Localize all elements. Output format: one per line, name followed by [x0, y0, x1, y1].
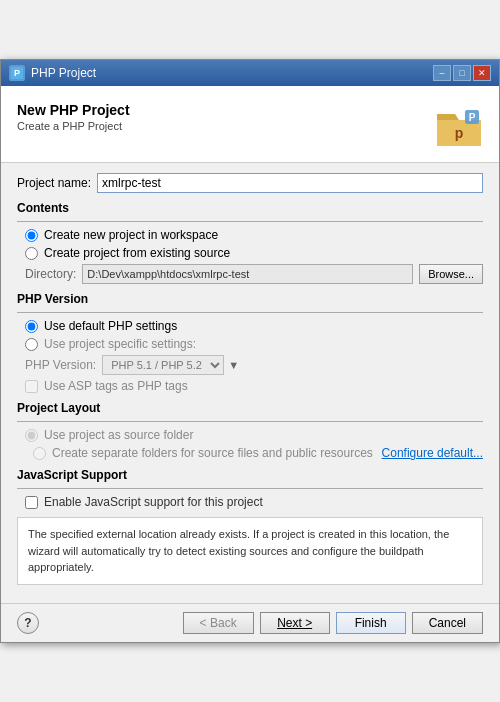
window-controls: – □ ✕ — [433, 65, 491, 81]
js-support-checkbox[interactable] — [25, 496, 38, 509]
main-window: P PHP Project – □ ✕ New PHP Project Crea… — [0, 59, 500, 643]
next-label: Next > — [277, 616, 312, 630]
header-text: New PHP Project Create a PHP Project — [17, 102, 130, 132]
source-folder-label: Use project as source folder — [44, 428, 193, 442]
js-support-checkbox-label: Enable JavaScript support for this proje… — [44, 495, 263, 509]
separate-option[interactable]: Create separate folders for source files… — [25, 446, 373, 460]
directory-label: Directory: — [25, 267, 76, 281]
project-name-row: Project name: — [17, 173, 483, 193]
configure-link[interactable]: Configure default... — [382, 446, 483, 460]
directory-input[interactable] — [82, 264, 413, 284]
php-version-row: PHP Version: PHP 5.1 / PHP 5.2 ▼ — [17, 355, 483, 375]
asp-tags-option[interactable]: Use ASP tags as PHP tags — [17, 379, 483, 393]
php-version-section: PHP Version Use default PHP settings Use… — [17, 292, 483, 393]
dialog-header: New PHP Project Create a PHP Project p P — [1, 86, 499, 163]
contents-divider — [17, 221, 483, 222]
dialog-subtitle: Create a PHP Project — [17, 120, 130, 132]
footer-left: ? — [17, 612, 39, 634]
minimize-button[interactable]: – — [433, 65, 451, 81]
default-php-radio[interactable] — [25, 320, 38, 333]
footer-buttons: < Back Next > Finish Cancel — [183, 612, 483, 634]
title-bar: P PHP Project – □ ✕ — [1, 60, 499, 86]
close-button[interactable]: ✕ — [473, 65, 491, 81]
dialog-footer: ? < Back Next > Finish Cancel — [1, 603, 499, 642]
dialog-body: Project name: Contents Create new projec… — [1, 163, 499, 603]
js-support-label: JavaScript Support — [17, 468, 483, 482]
project-php-label: Use project specific settings: — [44, 337, 196, 351]
help-button[interactable]: ? — [17, 612, 39, 634]
php-version-label: PHP Version — [17, 292, 483, 306]
workspace-label: Create new project in workspace — [44, 228, 218, 242]
php-ver-label: PHP Version: — [25, 358, 96, 372]
finish-button[interactable]: Finish — [336, 612, 406, 634]
asp-tags-label: Use ASP tags as PHP tags — [44, 379, 188, 393]
contents-section: Contents Create new project in workspace… — [17, 201, 483, 284]
maximize-button[interactable]: □ — [453, 65, 471, 81]
workspace-radio[interactable] — [25, 229, 38, 242]
workspace-option[interactable]: Create new project in workspace — [17, 228, 483, 242]
existing-radio[interactable] — [25, 247, 38, 260]
default-php-label: Use default PHP settings — [44, 319, 177, 333]
project-name-input[interactable] — [97, 173, 483, 193]
source-folder-radio[interactable] — [25, 429, 38, 442]
separate-label: Create separate folders for source files… — [52, 446, 373, 460]
project-php-option[interactable]: Use project specific settings: — [17, 337, 483, 351]
default-php-option[interactable]: Use default PHP settings — [17, 319, 483, 333]
cancel-button[interactable]: Cancel — [412, 612, 483, 634]
existing-label: Create project from existing source — [44, 246, 230, 260]
project-name-label: Project name: — [17, 176, 91, 190]
info-message: The specified external location already … — [17, 517, 483, 585]
project-layout-divider — [17, 421, 483, 422]
contents-label: Contents — [17, 201, 483, 215]
javascript-support-section: JavaScript Support Enable JavaScript sup… — [17, 468, 483, 509]
existing-option[interactable]: Create project from existing source — [17, 246, 483, 260]
svg-text:P: P — [469, 112, 476, 123]
dropdown-arrow: ▼ — [228, 359, 239, 371]
next-button[interactable]: Next > — [260, 612, 330, 634]
back-button[interactable]: < Back — [183, 612, 254, 634]
svg-text:p: p — [455, 125, 464, 141]
svg-text:P: P — [14, 68, 20, 78]
project-layout-section: Project Layout Use project as source fol… — [17, 401, 483, 460]
js-support-divider — [17, 488, 483, 489]
separate-radio[interactable] — [33, 447, 46, 460]
php-version-select[interactable]: PHP 5.1 / PHP 5.2 — [102, 355, 224, 375]
window-title: PHP Project — [31, 66, 96, 80]
dialog-title: New PHP Project — [17, 102, 130, 118]
directory-row: Directory: Browse... — [17, 264, 483, 284]
js-support-option[interactable]: Enable JavaScript support for this proje… — [17, 495, 483, 509]
separate-folders-row: Create separate folders for source files… — [17, 446, 483, 460]
source-folder-option[interactable]: Use project as source folder — [17, 428, 483, 442]
php-logo: p P — [435, 102, 483, 150]
asp-tags-checkbox[interactable] — [25, 380, 38, 393]
browse-button[interactable]: Browse... — [419, 264, 483, 284]
title-bar-left: P PHP Project — [9, 65, 96, 81]
project-php-radio[interactable] — [25, 338, 38, 351]
window-icon: P — [9, 65, 25, 81]
php-version-divider — [17, 312, 483, 313]
separate-folders-left: Create separate folders for source files… — [25, 446, 373, 460]
project-layout-label: Project Layout — [17, 401, 483, 415]
